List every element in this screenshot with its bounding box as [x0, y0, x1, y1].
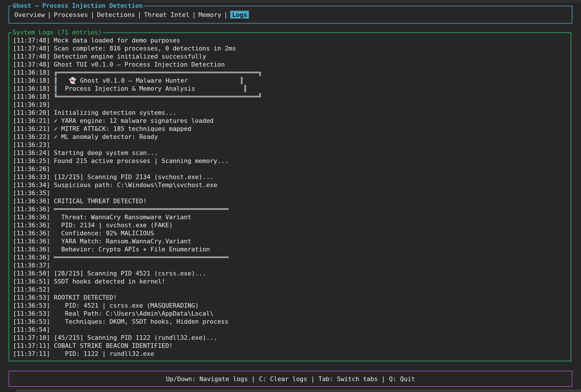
log-timestamp: [11:36:37]: [13, 262, 54, 269]
log-message: [28/215] Scanning PID 4521 (csrss.exe)..…: [54, 270, 206, 277]
log-timestamp: [11:36:54]: [13, 326, 54, 333]
log-line: [11:36:36] YARA Match: Ransom.WannaCry.V…: [13, 237, 570, 245]
status-bar-text: Up/Down: Navigate logs | C: Clear logs |…: [166, 375, 415, 383]
log-line: [11:36:37]: [13, 261, 570, 269]
log-message: Mock data loaded for demo purposes: [54, 37, 180, 44]
log-message: PID: 2134 | svchost.exe (FAKE): [54, 222, 173, 229]
log-message: [45/215] Scanning PID 1122 (rundll32.exe…: [54, 334, 217, 341]
log-message: ║ Process Injection & Memory Analysis ║: [54, 85, 247, 92]
tab-memory[interactable]: Memory: [199, 11, 221, 18]
log-line: [11:36:18]╚═════════════════════════════…: [13, 93, 570, 101]
log-timestamp: [11:36:18]: [13, 69, 54, 76]
log-message: ✓ MITRE ATT&CK: 185 techniques mapped: [54, 125, 191, 132]
log-line: [11:36:36]══════════════════════════════…: [13, 205, 570, 213]
log-message: Behavior: Crypto APIs + File Enumeration: [54, 246, 210, 253]
log-line: [11:37:48]Ghost TUI v0.1.0 — Process Inj…: [13, 61, 570, 69]
log-line: [11:36:24]Starting deep system scan...: [13, 149, 570, 157]
log-message: [12/215] Scanning PID 2134 (svchost.exe)…: [54, 173, 214, 181]
log-timestamp: [11:36:21]: [13, 125, 54, 132]
log-line: [11:36:53] PID: 4521 | csrss.exe (MASQUE…: [13, 302, 570, 310]
tab-detections[interactable]: Detections: [97, 11, 135, 18]
log-timestamp: [11:36:33]: [13, 173, 54, 181]
window-chrome-bottom: [16, 389, 581, 392]
log-message: Threat: WannaCry Ransomware Variant: [54, 214, 191, 221]
log-line: [11:36:36]CRITICAL THREAT DETECTED!: [13, 197, 570, 205]
log-line: [11:36:23]: [13, 141, 570, 149]
log-timestamp: [11:36:36]: [13, 205, 54, 213]
tab-logs[interactable]: Logs: [230, 11, 249, 19]
log-line: [11:37:11]COBALT STRIKE BEACON IDENTIFIE…: [13, 342, 570, 350]
log-timestamp: [11:36:19]: [13, 101, 54, 108]
log-message: Found 215 active processes | Scanning me…: [54, 157, 228, 164]
log-line: [11:36:18]║ Process Injection & Memory A…: [13, 85, 570, 93]
log-timestamp: [11:37:11]: [13, 350, 54, 357]
tab-overview[interactable]: Overview: [14, 11, 45, 18]
log-line: [11:36:53] Real Path: C:\Users\Admin\App…: [13, 310, 570, 318]
log-message: ╚═══════════════════════════════════════…: [54, 93, 262, 100]
log-timestamp: [11:36:36]: [13, 222, 54, 229]
log-timestamp: [11:36:36]: [13, 254, 54, 261]
log-line: [11:36:26]: [13, 165, 570, 173]
log-timestamp: [11:36:36]: [13, 246, 54, 253]
log-line: [11:37:10][45/215] Scanning PID 1122 (ru…: [13, 334, 570, 342]
log-line: [11:36:53] Techniques: DKOM, SSDT hooks,…: [13, 318, 570, 326]
log-message: Starting deep system scan...: [54, 149, 158, 156]
log-timestamp: [11:36:23]: [13, 141, 54, 148]
log-line: [11:36:36] PID: 2134 | svchost.exe (FAKE…: [13, 221, 570, 229]
log-message: ROOTKIT DETECTED!: [54, 294, 117, 301]
log-message: Suspicious path: C:\Windows\Temp\svchost…: [54, 181, 217, 189]
log-line: [11:36:18]╔═════════════════════════════…: [13, 69, 570, 77]
log-line: [11:36:52]: [13, 286, 570, 294]
log-message: Scan complete: 816 processes, 0 detectio…: [54, 45, 236, 52]
log-message: PID: 1122 | rundll32.exe: [54, 350, 154, 357]
log-timestamp: [11:36:36]: [13, 238, 54, 245]
log-message: Confidence: 92% MALICIOUS: [54, 230, 154, 237]
log-timestamp: [11:36:36]: [13, 230, 54, 237]
log-timestamp: [11:36:36]: [13, 214, 54, 221]
log-message: YARA Match: Ransom.WannaCry.Variant: [54, 238, 191, 245]
log-panel-title: System Logs (71 entries): [12, 28, 103, 36]
tab-threat-intel[interactable]: Threat Intel: [144, 11, 189, 18]
log-line: [11:37:48]Detection engine initialized s…: [13, 53, 570, 61]
log-timestamp: [11:36:18]: [13, 85, 54, 92]
log-message: ════════════════════════════════════════…: [54, 205, 228, 213]
log-line: [11:36:22]✓ ML anomaly detector: Ready: [13, 133, 570, 141]
log-line: [11:37:48]Mock data loaded for demo purp…: [13, 36, 570, 44]
log-timestamp: [11:36:53]: [13, 294, 54, 301]
log-message: CRITICAL THREAT DETECTED!: [54, 197, 147, 205]
log-timestamp: [11:36:26]: [13, 165, 54, 172]
log-timestamp: [11:36:34]: [13, 181, 54, 189]
log-message: ✓ YARA engine: 12 malware signatures loa…: [54, 117, 214, 124]
log-timestamp: [11:36:51]: [13, 278, 54, 285]
tab-bar: Overview|Processes|Detections|Threat Int…: [14, 11, 249, 18]
window-chrome-top: [128, 0, 581, 3]
log-message: Ghost TUI v0.1.0 — Process Injection Det…: [54, 61, 224, 68]
log-line: [11:36:36]══════════════════════════════…: [13, 253, 570, 261]
log-timestamp: [11:36:18]: [13, 93, 54, 100]
log-message: Techniques: DKOM, SSDT hooks, Hidden pro…: [54, 318, 228, 325]
log-message: Initializing detection systems...: [54, 109, 176, 116]
log-line: [11:36:54]: [13, 326, 570, 334]
log-list: [11:37:48]Mock data loaded for demo purp…: [13, 36, 570, 360]
log-line: [11:36:53]ROOTKIT DETECTED!: [13, 294, 570, 302]
tab-processes[interactable]: Processes: [54, 11, 88, 18]
log-timestamp: [11:37:11]: [13, 342, 54, 349]
tab-separator: |: [47, 11, 51, 18]
log-line: [11:37:11] PID: 1122 | rundll32.exe: [13, 350, 570, 358]
log-message: ════════════════════════════════════════…: [54, 254, 228, 261]
log-timestamp: [11:36:36]: [13, 197, 54, 205]
log-line: [11:36:36] Confidence: 92% MALICIOUS: [13, 229, 570, 237]
log-timestamp: [11:36:35]: [13, 189, 54, 197]
log-line: [11:36:33][12/215] Scanning PID 2134 (sv…: [13, 173, 570, 181]
system-logs-panel[interactable]: System Logs (71 entries) [11:37:48]Mock …: [9, 32, 571, 361]
log-timestamp: [11:36:25]: [13, 157, 54, 164]
log-timestamp: [11:37:48]: [13, 37, 54, 44]
log-timestamp: [11:36:24]: [13, 149, 54, 156]
app-title: Ghost — Process Injection Detection: [12, 2, 144, 10]
log-timestamp: [11:36:53]: [13, 318, 54, 325]
log-line: [11:36:50][28/215] Scanning PID 4521 (cs…: [13, 269, 570, 277]
log-line: [11:37:48]Scan complete: 816 processes, …: [13, 44, 570, 53]
log-timestamp: [11:36:53]: [13, 302, 54, 309]
log-timestamp: [11:37:48]: [13, 61, 54, 68]
log-line: [11:36:20]Initializing detection systems…: [13, 109, 570, 117]
